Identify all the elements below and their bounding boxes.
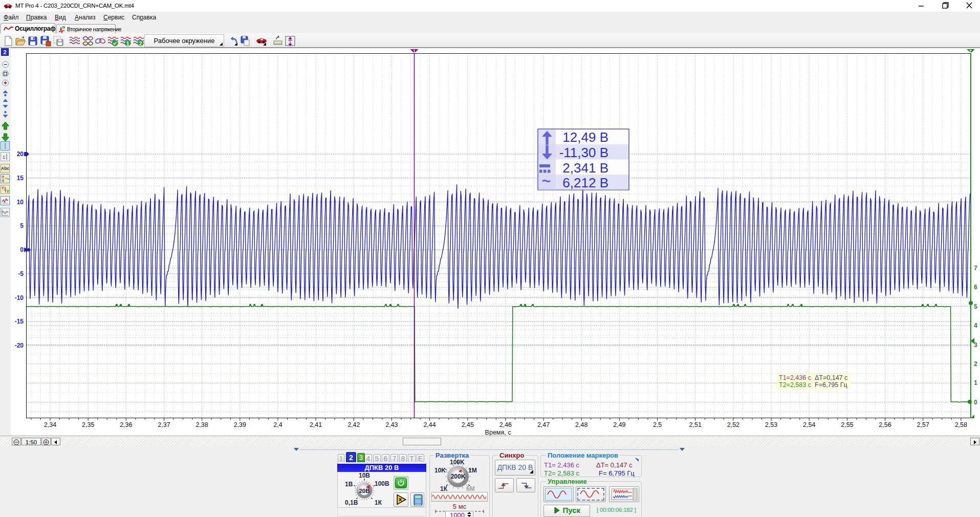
svg-text:2,56: 2,56	[879, 421, 891, 428]
svg-text:20В: 20В	[359, 488, 369, 494]
svg-text:6,212 В: 6,212 В	[562, 175, 608, 190]
svg-text:2,42: 2,42	[347, 421, 360, 428]
svg-text:2: 2	[139, 41, 142, 47]
svg-text:4: 4	[974, 322, 977, 329]
svg-text:2,36: 2,36	[120, 421, 132, 428]
svg-text:-5: -5	[18, 270, 24, 277]
svg-text:F=6,795 Гц: F=6,795 Гц	[815, 381, 847, 389]
svg-text:15: 15	[17, 175, 24, 182]
svg-text:2,47: 2,47	[537, 421, 550, 428]
svg-text:2: 2	[969, 49, 971, 54]
svg-text:2,5: 2,5	[653, 421, 662, 428]
svg-text:0: 0	[974, 399, 977, 406]
svg-text:2,46: 2,46	[499, 421, 512, 428]
svg-text:2,38: 2,38	[195, 421, 208, 428]
svg-text:T2: T2	[4, 189, 9, 193]
svg-text:6: 6	[974, 284, 977, 291]
svg-text:-15: -15	[15, 318, 24, 325]
svg-text:2,41: 2,41	[310, 421, 322, 428]
svg-text:~: ~	[541, 173, 551, 189]
svg-text:1: 1	[974, 379, 977, 386]
svg-text:2,57: 2,57	[917, 421, 929, 428]
svg-text:2,341 В: 2,341 В	[562, 160, 608, 176]
svg-text:10: 10	[17, 199, 24, 206]
svg-text:2,45: 2,45	[462, 421, 474, 428]
svg-text:5: 5	[974, 303, 977, 310]
svg-text:2,48: 2,48	[575, 421, 587, 428]
svg-text:2,53: 2,53	[765, 421, 777, 428]
svg-text:12,49 В: 12,49 В	[562, 130, 608, 145]
svg-text:T1=2,436 с: T1=2,436 с	[779, 374, 811, 381]
svg-text:-20: -20	[15, 342, 24, 349]
svg-text:2,37: 2,37	[158, 421, 170, 428]
svg-text:200K: 200K	[451, 473, 466, 480]
svg-text:Время, с: Время, с	[485, 429, 511, 436]
svg-text:1: 1	[126, 41, 129, 47]
svg-text:2,49: 2,49	[613, 421, 625, 428]
svg-text:3: 3	[974, 341, 977, 349]
svg-text:2: 2	[974, 360, 977, 368]
svg-text:2,34: 2,34	[44, 421, 56, 428]
svg-text:2,4: 2,4	[273, 421, 282, 428]
svg-text:2,55: 2,55	[841, 421, 853, 428]
svg-text:1: 1	[3, 155, 5, 160]
svg-text:2,43: 2,43	[385, 421, 398, 428]
svg-text:2,35: 2,35	[82, 421, 94, 428]
svg-text:2,51: 2,51	[689, 421, 702, 428]
svg-text:2,54: 2,54	[803, 421, 815, 428]
svg-text:2,52: 2,52	[727, 421, 739, 428]
svg-text:2,44: 2,44	[423, 421, 435, 428]
svg-text:20: 20	[17, 150, 24, 158]
svg-text:-11,30 В: -11,30 В	[559, 145, 608, 160]
svg-text:2,58: 2,58	[955, 421, 967, 428]
svg-text:1: 1	[413, 49, 416, 54]
svg-text:ΔT=0,147 с: ΔT=0,147 с	[815, 374, 847, 381]
svg-text:T2=2,583 с: T2=2,583 с	[779, 381, 811, 389]
svg-text:-10: -10	[15, 294, 24, 301]
svg-text:2,39: 2,39	[234, 421, 246, 428]
svg-text:0: 0	[20, 246, 24, 253]
svg-text:7: 7	[974, 265, 977, 272]
svg-text:5: 5	[20, 222, 24, 229]
